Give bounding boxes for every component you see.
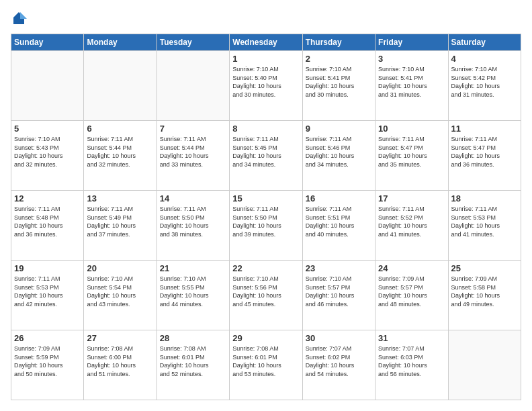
day-number: 13 <box>87 193 153 203</box>
day-number: 4 <box>451 54 518 64</box>
calendar-table: SundayMondayTuesdayWednesdayThursdayFrid… <box>11 34 521 400</box>
day-number: 20 <box>87 263 153 273</box>
day-info: Sunrise: 7:11 AM Sunset: 5:47 PM Dayligh… <box>378 135 445 169</box>
day-info: Sunrise: 7:08 AM Sunset: 6:01 PM Dayligh… <box>160 345 226 378</box>
day-info: Sunrise: 7:11 AM Sunset: 5:51 PM Dayligh… <box>306 205 372 238</box>
calendar-cell: 17Sunrise: 7:11 AM Sunset: 5:52 PM Dayli… <box>375 191 448 261</box>
day-number: 7 <box>160 124 226 134</box>
day-number: 23 <box>306 263 372 273</box>
day-info: Sunrise: 7:10 AM Sunset: 5:54 PM Dayligh… <box>87 275 153 308</box>
day-info: Sunrise: 7:10 AM Sunset: 5:42 PM Dayligh… <box>451 65 518 99</box>
calendar-cell: 8Sunrise: 7:11 AM Sunset: 5:45 PM Daylig… <box>230 121 302 191</box>
day-info: Sunrise: 7:11 AM Sunset: 5:47 PM Dayligh… <box>451 135 518 169</box>
calendar-cell: 28Sunrise: 7:08 AM Sunset: 6:01 PM Dayli… <box>157 330 229 400</box>
day-number: 14 <box>160 193 226 203</box>
calendar-cell: 12Sunrise: 7:11 AM Sunset: 5:48 PM Dayli… <box>11 191 84 261</box>
day-info: Sunrise: 7:11 AM Sunset: 5:44 PM Dayligh… <box>87 135 153 169</box>
calendar-cell: 20Sunrise: 7:10 AM Sunset: 5:54 PM Dayli… <box>84 261 157 330</box>
day-number: 30 <box>306 333 372 343</box>
day-number: 15 <box>232 193 299 203</box>
page: SundayMondayTuesdayWednesdayThursdayFrid… <box>0 0 532 411</box>
day-info: Sunrise: 7:11 AM Sunset: 5:50 PM Dayligh… <box>232 205 299 238</box>
calendar-cell: 29Sunrise: 7:08 AM Sunset: 6:01 PM Dayli… <box>230 330 302 400</box>
calendar-cell <box>448 330 521 400</box>
day-info: Sunrise: 7:11 AM Sunset: 5:46 PM Dayligh… <box>306 135 372 169</box>
calendar-day-header: Monday <box>84 34 157 51</box>
logo-icon <box>11 11 27 27</box>
day-info: Sunrise: 7:11 AM Sunset: 5:44 PM Dayligh… <box>160 135 226 169</box>
calendar-cell: 31Sunrise: 7:07 AM Sunset: 6:03 PM Dayli… <box>375 330 448 400</box>
calendar-cell <box>157 51 229 121</box>
calendar-cell: 30Sunrise: 7:07 AM Sunset: 6:02 PM Dayli… <box>302 330 375 400</box>
day-number: 18 <box>451 193 518 203</box>
calendar-header-row: SundayMondayTuesdayWednesdayThursdayFrid… <box>11 34 521 51</box>
day-number: 29 <box>232 333 299 343</box>
calendar-cell: 19Sunrise: 7:11 AM Sunset: 5:53 PM Dayli… <box>11 261 84 330</box>
day-number: 24 <box>378 263 445 273</box>
day-info: Sunrise: 7:10 AM Sunset: 5:55 PM Dayligh… <box>160 275 226 308</box>
day-number: 17 <box>378 193 445 203</box>
day-number: 12 <box>14 193 81 203</box>
calendar-cell: 7Sunrise: 7:11 AM Sunset: 5:44 PM Daylig… <box>157 121 229 191</box>
calendar-cell: 10Sunrise: 7:11 AM Sunset: 5:47 PM Dayli… <box>375 121 448 191</box>
calendar-cell: 21Sunrise: 7:10 AM Sunset: 5:55 PM Dayli… <box>157 261 229 330</box>
day-info: Sunrise: 7:10 AM Sunset: 5:57 PM Dayligh… <box>306 275 372 308</box>
calendar-week-row: 1Sunrise: 7:10 AM Sunset: 5:40 PM Daylig… <box>11 51 521 121</box>
calendar-cell: 1Sunrise: 7:10 AM Sunset: 5:40 PM Daylig… <box>230 51 302 121</box>
calendar-cell: 24Sunrise: 7:09 AM Sunset: 5:57 PM Dayli… <box>375 261 448 330</box>
calendar-week-row: 26Sunrise: 7:09 AM Sunset: 5:59 PM Dayli… <box>11 330 521 400</box>
day-number: 16 <box>306 193 372 203</box>
day-number: 1 <box>232 54 299 64</box>
calendar-cell: 6Sunrise: 7:11 AM Sunset: 5:44 PM Daylig… <box>84 121 157 191</box>
day-info: Sunrise: 7:07 AM Sunset: 6:03 PM Dayligh… <box>378 345 445 378</box>
day-number: 8 <box>232 124 299 134</box>
calendar-cell: 22Sunrise: 7:10 AM Sunset: 5:56 PM Dayli… <box>230 261 302 330</box>
calendar-week-row: 5Sunrise: 7:10 AM Sunset: 5:43 PM Daylig… <box>11 121 521 191</box>
calendar-cell: 16Sunrise: 7:11 AM Sunset: 5:51 PM Dayli… <box>302 191 375 261</box>
day-info: Sunrise: 7:10 AM Sunset: 5:43 PM Dayligh… <box>14 135 81 169</box>
day-number: 26 <box>14 333 81 343</box>
day-info: Sunrise: 7:11 AM Sunset: 5:53 PM Dayligh… <box>451 205 518 238</box>
calendar-cell: 11Sunrise: 7:11 AM Sunset: 5:47 PM Dayli… <box>448 121 521 191</box>
calendar-cell: 25Sunrise: 7:09 AM Sunset: 5:58 PM Dayli… <box>448 261 521 330</box>
calendar-cell: 9Sunrise: 7:11 AM Sunset: 5:46 PM Daylig… <box>302 121 375 191</box>
calendar-week-row: 12Sunrise: 7:11 AM Sunset: 5:48 PM Dayli… <box>11 191 521 261</box>
calendar-cell: 27Sunrise: 7:08 AM Sunset: 6:00 PM Dayli… <box>84 330 157 400</box>
day-number: 6 <box>87 124 153 134</box>
calendar-cell: 4Sunrise: 7:10 AM Sunset: 5:42 PM Daylig… <box>448 51 521 121</box>
calendar-cell: 26Sunrise: 7:09 AM Sunset: 5:59 PM Dayli… <box>11 330 84 400</box>
day-info: Sunrise: 7:10 AM Sunset: 5:41 PM Dayligh… <box>378 65 445 99</box>
day-number: 31 <box>378 333 445 343</box>
day-info: Sunrise: 7:10 AM Sunset: 5:40 PM Dayligh… <box>232 65 299 99</box>
calendar-day-header: Saturday <box>448 34 521 51</box>
calendar-cell <box>84 51 157 121</box>
calendar-cell: 3Sunrise: 7:10 AM Sunset: 5:41 PM Daylig… <box>375 51 448 121</box>
calendar-day-header: Friday <box>375 34 448 51</box>
day-info: Sunrise: 7:11 AM Sunset: 5:52 PM Dayligh… <box>378 205 445 238</box>
day-info: Sunrise: 7:09 AM Sunset: 5:57 PM Dayligh… <box>378 275 445 308</box>
day-number: 2 <box>306 54 372 64</box>
day-info: Sunrise: 7:11 AM Sunset: 5:48 PM Dayligh… <box>14 205 81 238</box>
day-number: 11 <box>451 124 518 134</box>
calendar-cell: 2Sunrise: 7:10 AM Sunset: 5:41 PM Daylig… <box>302 51 375 121</box>
svg-marker-1 <box>20 12 27 19</box>
calendar-cell: 14Sunrise: 7:11 AM Sunset: 5:50 PM Dayli… <box>157 191 229 261</box>
day-number: 22 <box>232 263 299 273</box>
calendar-cell: 5Sunrise: 7:10 AM Sunset: 5:43 PM Daylig… <box>11 121 84 191</box>
calendar-day-header: Tuesday <box>157 34 229 51</box>
day-info: Sunrise: 7:09 AM Sunset: 5:58 PM Dayligh… <box>451 275 518 308</box>
calendar-day-header: Wednesday <box>230 34 302 51</box>
day-info: Sunrise: 7:11 AM Sunset: 5:49 PM Dayligh… <box>87 205 153 238</box>
day-info: Sunrise: 7:07 AM Sunset: 6:02 PM Dayligh… <box>306 345 372 378</box>
logo <box>11 11 28 27</box>
day-number: 28 <box>160 333 226 343</box>
calendar-day-header: Sunday <box>11 34 84 51</box>
day-info: Sunrise: 7:08 AM Sunset: 6:00 PM Dayligh… <box>87 345 153 378</box>
day-info: Sunrise: 7:09 AM Sunset: 5:59 PM Dayligh… <box>14 345 81 378</box>
day-info: Sunrise: 7:08 AM Sunset: 6:01 PM Dayligh… <box>232 345 299 378</box>
day-info: Sunrise: 7:11 AM Sunset: 5:45 PM Dayligh… <box>232 135 299 169</box>
calendar-week-row: 19Sunrise: 7:11 AM Sunset: 5:53 PM Dayli… <box>11 261 521 330</box>
day-number: 10 <box>378 124 445 134</box>
day-number: 3 <box>378 54 445 64</box>
day-number: 27 <box>87 333 153 343</box>
